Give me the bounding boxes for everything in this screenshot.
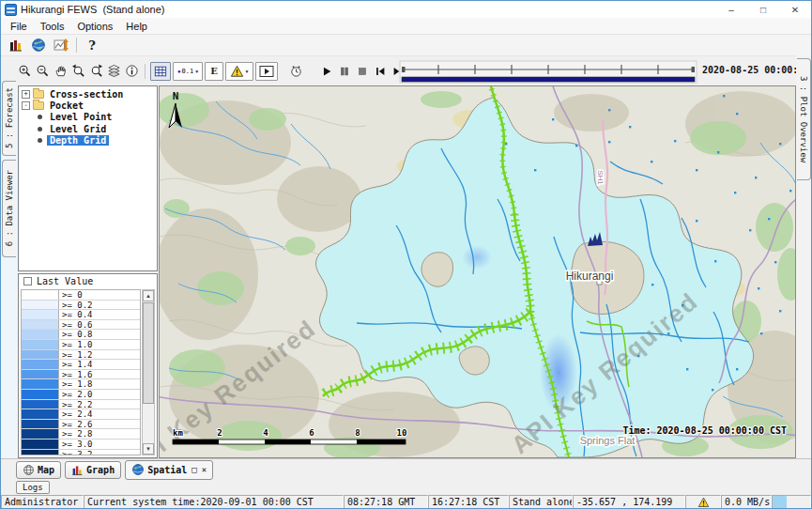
map-display-button[interactable] [27,36,50,54]
legend-row[interactable]: >= 2.0 [22,390,140,400]
movie-export-button[interactable] [255,62,278,81]
tab-data-viewer[interactable]: 6 : Data Viewer [2,160,16,257]
tree-item[interactable]: Depth Grid [19,135,157,147]
legend-row-label: >= 0 [59,290,140,300]
logs-row: Logs [1,480,811,495]
maximize-button[interactable]: □ [747,1,779,18]
time-slider[interactable] [399,60,697,84]
legend-scrollbar[interactable]: ▲ ▼ [142,289,155,455]
labels-toggle-button[interactable]: E [205,62,223,81]
legend-color-swatch [22,301,59,310]
play-icon [320,65,333,78]
status-system-time: Current system time:2020-09-01 00:00 CST [84,495,344,509]
stop-icon [356,65,369,78]
legend-row[interactable]: >= 0 [22,290,140,301]
tab-forecast[interactable]: 5 : Forecast [2,81,16,156]
menu-item[interactable]: Options [70,20,119,33]
fews-logo-icon [5,4,17,16]
grid-display-button[interactable] [150,62,171,81]
status-coordinates: -35.657 , 174.199 [573,495,685,509]
layers-button[interactable] [105,62,123,81]
close-tab-button[interactable]: ✕ [202,465,207,474]
zoom-previous-button[interactable] [69,62,87,81]
zoom-out-button[interactable] [34,62,52,81]
step-backward-button[interactable] [371,62,389,81]
map-toolbar: ● 0.1 ▼ E ▼ [1,55,796,85]
restore-tab-button[interactable]: □ [192,465,196,474]
info-button[interactable] [123,62,141,81]
locality-label: Springs Flat [580,435,636,446]
tree-item[interactable]: Level Point [19,112,157,123]
menu-item[interactable]: File [4,20,34,33]
legend-row[interactable]: >= 0.6 [22,320,140,331]
legend-row[interactable]: >= 1.4 [22,360,140,370]
tree-item-label: Level Point [47,112,115,122]
legend-row[interactable]: >= 2.2 [22,400,140,410]
movie-icon [259,65,274,78]
last-value-checkbox[interactable] [23,277,32,285]
minimize-button[interactable]: – [715,1,747,18]
pause-button[interactable] [335,62,353,81]
status-warning-cell[interactable] [685,495,721,509]
legend-row-label: >= 2.4 [59,409,140,419]
legend-row[interactable]: >= 3.2 [22,450,140,456]
svg-text:10: 10 [397,428,407,438]
map-viewport[interactable]: API Key Required API Key Required Hikura… [159,85,796,458]
tab-map-label: Map [38,465,54,475]
tab-plot-overview[interactable]: 3 : Plot Overview [797,58,811,180]
legend-row[interactable]: >= 0.8 [22,330,140,340]
zoom-in-button[interactable] [16,62,34,81]
tree-toggle-icon[interactable]: - [22,101,30,110]
legend-row[interactable]: >= 1.8 [22,379,140,390]
warning-dropdown[interactable]: ▼ [225,62,253,81]
menu-item[interactable]: Tools [34,20,71,33]
legend-row[interactable]: >= 1.6 [22,370,140,380]
legend-row[interactable]: >= 2.6 [22,420,140,430]
legend-row[interactable]: >= 1.0 [22,340,140,350]
pause-icon [338,65,351,78]
legend-row[interactable]: >= 0.4 [22,310,140,320]
svg-text:2: 2 [217,428,222,438]
close-button[interactable]: ✕ [779,1,811,18]
tab-graph[interactable]: Graph [65,461,121,479]
time-step-button[interactable] [287,62,305,81]
grid-icon [154,65,167,78]
status-gmt-time: 08:27:18 GMT [344,495,428,509]
menu-item[interactable]: Help [119,20,154,33]
timer-icon [289,64,303,78]
legend-row[interactable]: >= 3.0 [22,440,140,450]
bullet-icon [38,115,42,119]
stop-button[interactable] [353,62,371,81]
legend-row[interactable]: >= 0.2 [22,301,140,311]
pan-button[interactable] [52,62,69,81]
help-button[interactable]: ? [81,36,103,54]
legend-row[interactable]: >= 1.2 [22,350,140,361]
legend-row[interactable]: >= 2.8 [22,429,140,440]
tree-toggle-icon[interactable]: + [22,90,30,99]
tree-item[interactable]: Level Grid [19,123,157,134]
layer-tree-panel: + Cross-section - Pocket Level Point [18,85,158,271]
svg-text:km: km [173,428,183,438]
scroll-down-icon[interactable]: ▼ [143,443,154,455]
tab-map[interactable]: Map [16,461,61,479]
time-slider-track [399,60,697,84]
application-window: Hikurangi FEWS (Stand alone) – □ ✕ FileT… [0,0,812,509]
zoom-next-button[interactable] [87,62,105,81]
window-title: Hikurangi FEWS (Stand alone) [21,4,164,15]
tree-item[interactable]: + Cross-section [19,88,157,100]
spatial-display-button[interactable] [50,36,72,54]
logs-button[interactable]: Logs [16,481,50,494]
value-threshold-dropdown[interactable]: ● 0.1 ▼ [173,62,203,81]
legend-row-label: >= 0.4 [59,310,140,319]
tree-item[interactable]: - Pocket [19,100,157,111]
database-viewer-button[interactable] [5,36,27,54]
scroll-thumb[interactable] [143,302,154,404]
play-button[interactable] [317,62,335,81]
scroll-up-icon[interactable]: ▲ [143,290,154,301]
map-time-overlay: Time: 2020-08-25 00:00:00 CST [622,425,787,436]
legend-row-label: >= 0.6 [59,320,140,330]
menu-bar: FileToolsOptionsHelp [1,18,811,35]
legend-row-label: >= 1.8 [59,379,140,389]
legend-row[interactable]: >= 2.4 [22,409,140,420]
tab-spatial[interactable]: Spatial □ ✕ [125,460,213,480]
